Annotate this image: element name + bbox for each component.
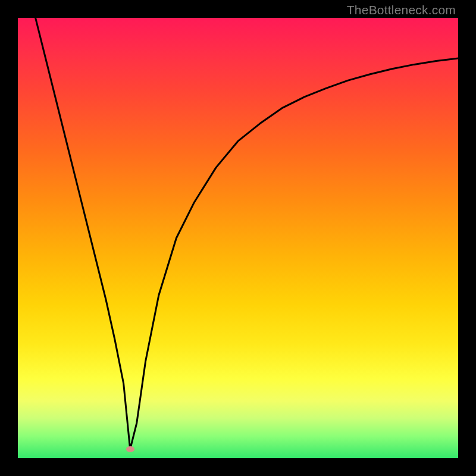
bottleneck-curve <box>18 18 458 458</box>
optimum-marker <box>126 446 134 452</box>
watermark-text: TheBottleneck.com <box>347 3 456 17</box>
chart-frame: TheBottleneck.com <box>0 0 476 476</box>
